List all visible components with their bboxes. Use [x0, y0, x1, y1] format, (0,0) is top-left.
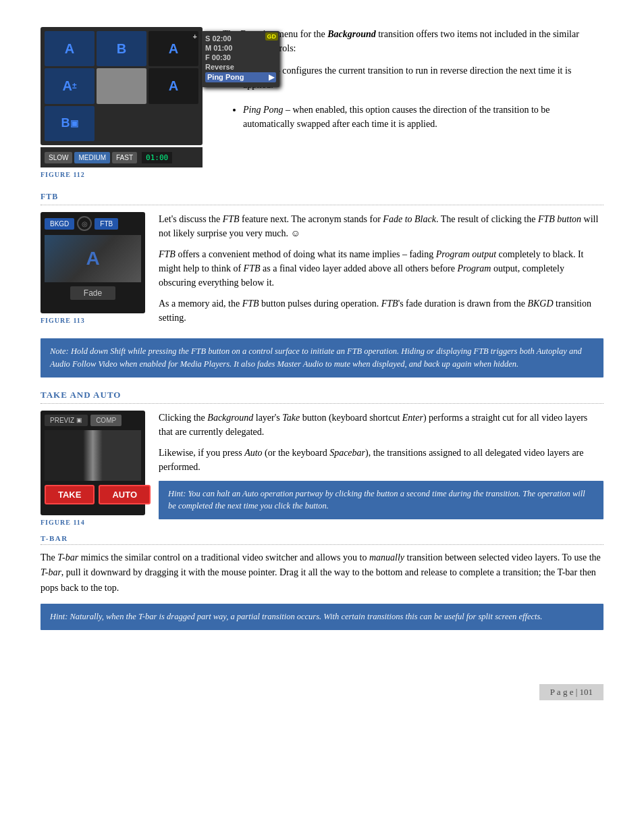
- tbar-para1: The T-bar mimics the similar control on …: [41, 550, 603, 596]
- figure-114-label: FIGURE 114: [41, 519, 145, 526]
- take-auto-hint-box: Hint: You can halt an Auto operation par…: [159, 481, 603, 520]
- auto-button[interactable]: AUTO: [99, 485, 151, 504]
- time-display: 01:00: [142, 152, 172, 163]
- cell-4: A±: [45, 68, 95, 103]
- bkgd-button[interactable]: BKGD: [45, 218, 74, 230]
- page-number: P a g e | 101: [539, 684, 603, 700]
- footer: P a g e | 101: [41, 684, 603, 700]
- slow-button[interactable]: SLOW: [45, 152, 72, 163]
- ftb-figure-container: BKGD ◎ FTB A Fade FIGURE 113: [41, 212, 145, 332]
- figure-112-container: A B A + S 02:00 M 01:00 F 00:30 Reverse …: [41, 27, 203, 178]
- switcher-bottom: SLOW MEDIUM FAST 01:00: [41, 147, 203, 167]
- take-auto-para1: Clicking the Background layer's Take but…: [159, 411, 603, 439]
- menu-reverse: Reverse: [205, 63, 276, 71]
- bullet-reverse: Reverse – configures the current transit…: [243, 63, 603, 92]
- ftb-mock: BKGD ◎ FTB A Fade: [41, 212, 145, 313]
- cell-1: A: [45, 31, 95, 66]
- ftb-preview: A: [45, 235, 141, 282]
- top-description: The Duration menu for the Background tra…: [223, 27, 603, 178]
- figure-113-label: FIGURE 113: [41, 317, 145, 324]
- comp-button[interactable]: COMP: [90, 415, 122, 426]
- ftb-para3: As a memory aid, the FTB button pulses d…: [159, 296, 603, 325]
- tbar-section: T-Bar The T-bar mimics the similar contr…: [41, 534, 603, 630]
- menu-f: F 00:30: [205, 53, 276, 61]
- cell-5: [97, 68, 146, 103]
- ta-preview: [45, 430, 141, 481]
- menu-pingpong: Ping Pong ▶: [205, 72, 276, 82]
- ftb-top-row: BKGD ◎ FTB: [45, 216, 141, 231]
- ftb-heading: FTB: [41, 192, 603, 205]
- ta-preview-inner: [45, 430, 141, 481]
- cell-8: B▣: [45, 106, 95, 141]
- take-auto-heading: Take and Auto: [41, 390, 603, 404]
- tbar-heading: T-Bar: [41, 534, 603, 545]
- gd-badge: GD: [265, 32, 279, 41]
- ftb-note-box: Note: Hold down Shift while pressing the…: [41, 338, 603, 377]
- take-auto-figure-container: PREVIZ ▣ COMP TAKE AUTO FIGURE 114: [41, 411, 145, 527]
- menu-m: M 01:00: [205, 44, 276, 52]
- figure-112-label: FIGURE 112: [41, 171, 203, 178]
- ftb-text-content: Let's discuss the FTB feature next. The …: [159, 212, 603, 332]
- ta-top-row: PREVIZ ▣ COMP: [45, 415, 141, 426]
- previz-button[interactable]: PREVIZ ▣: [45, 415, 88, 426]
- cell-2: B: [97, 31, 146, 66]
- fade-button[interactable]: Fade: [70, 286, 115, 300]
- take-button[interactable]: TAKE: [45, 485, 95, 504]
- fast-button[interactable]: FAST: [112, 152, 137, 163]
- ftb-circle-icon: ◎: [77, 216, 92, 231]
- ftb-content: BKGD ◎ FTB A Fade FIGURE 113 Let's discu…: [41, 212, 603, 332]
- bullet-pingpong: Ping Pong – when enabled, this option ca…: [243, 103, 603, 131]
- take-auto-mock: PREVIZ ▣ COMP TAKE AUTO: [41, 411, 145, 515]
- cell-7: A: [149, 68, 198, 103]
- ftb-section: FTB BKGD ◎ FTB A Fade FIGURE 113: [41, 192, 603, 377]
- switcher-mock: A B A + S 02:00 M 01:00 F 00:30 Reverse …: [41, 27, 203, 145]
- tbar-hint-box: Hint: Naturally, when the T-bar is dragg…: [41, 604, 603, 630]
- top-section: A B A + S 02:00 M 01:00 F 00:30 Reverse …: [41, 27, 603, 178]
- cell-3: A + S 02:00 M 01:00 F 00:30 Reverse Ping…: [149, 31, 198, 66]
- ftb-letter: A: [86, 248, 99, 269]
- top-intro-text: The Duration menu for the Background tra…: [223, 27, 603, 55]
- take-auto-section: Take and Auto PREVIZ ▣ COMP TAKE AUTO: [41, 390, 603, 527]
- top-bullets: Reverse – configures the current transit…: [243, 63, 603, 131]
- ftb-para2: FTB offers a convenient method of doing …: [159, 247, 603, 290]
- ta-bottom-row: TAKE AUTO: [45, 485, 141, 504]
- ftb-preview-inner: A: [45, 235, 141, 282]
- take-auto-para2: Likewise, if you press Auto (or the keyb…: [159, 446, 603, 474]
- take-auto-content: PREVIZ ▣ COMP TAKE AUTO FIGURE 114 Click…: [41, 411, 603, 527]
- take-auto-text-content: Clicking the Background layer's Take but…: [159, 411, 603, 527]
- ftb-bottom-row: Fade: [45, 286, 141, 300]
- medium-button[interactable]: MEDIUM: [74, 152, 110, 163]
- ftb-para1: Let's discuss the FTB feature next. The …: [159, 212, 603, 240]
- ftb-button[interactable]: FTB: [95, 218, 118, 230]
